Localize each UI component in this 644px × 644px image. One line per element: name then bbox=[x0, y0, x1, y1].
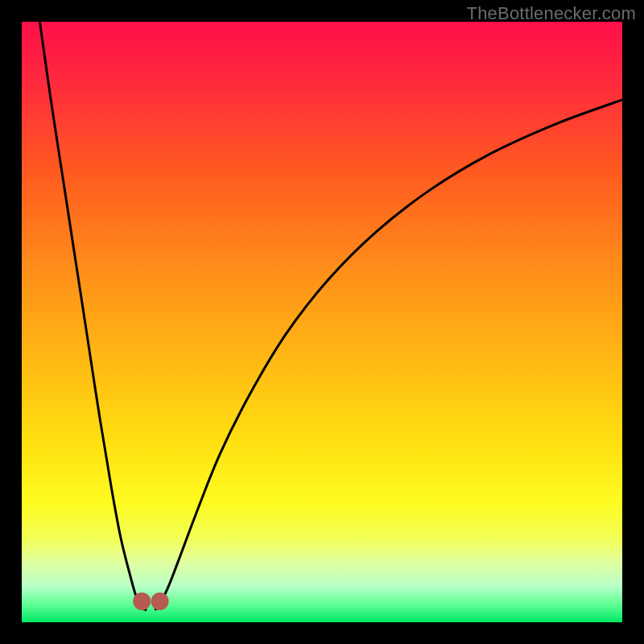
outer-frame: TheBottlenecker.com bbox=[0, 0, 644, 644]
valley-marker-right bbox=[151, 592, 169, 610]
gradient-background bbox=[22, 22, 622, 622]
valley-marker-left bbox=[133, 592, 151, 610]
plot-area bbox=[22, 22, 622, 622]
plot-svg bbox=[22, 22, 622, 622]
